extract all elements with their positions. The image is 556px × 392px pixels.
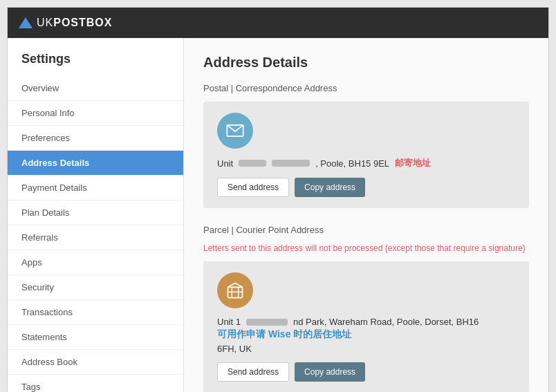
parcel-buttons: Send address Copy address xyxy=(217,362,515,382)
postal-unit-prefix: Unit xyxy=(217,158,233,169)
parcel-unit-middle: nd Park, Wareham Road, Poole, Dorset, BH… xyxy=(293,317,479,327)
postal-send-button[interactable]: Send address xyxy=(217,178,289,197)
postal-section: Postal | Correspondence Address Unit xyxy=(203,83,529,208)
sidebar-item-address-book[interactable]: Address Book xyxy=(8,350,183,375)
parcel-redacted-1 xyxy=(246,319,288,326)
sidebar-item-apps[interactable]: Apps xyxy=(8,250,183,275)
postal-section-label: Postal | Correspondence Address xyxy=(203,83,529,93)
app-window: UKPOSTBOX Settings Overview Personal Inf… xyxy=(7,7,549,392)
page-title: Address Details xyxy=(203,55,529,71)
parcel-icon-area xyxy=(217,272,515,308)
sidebar-item-transactions[interactable]: Transactions xyxy=(8,300,183,325)
sidebar-item-security[interactable]: Security xyxy=(8,275,183,300)
parcel-unit-prefix: Unit 1 xyxy=(217,317,241,327)
parcel-icon-circle xyxy=(217,272,253,308)
parcel-address-card: Unit 1 nd Park, Wareham Road, Poole, Dor… xyxy=(203,261,529,392)
postal-redacted-1 xyxy=(239,160,266,167)
sidebar-item-referrals[interactable]: Referrals xyxy=(8,225,183,250)
sidebar-item-tags[interactable]: Tags xyxy=(8,375,183,392)
sidebar-item-plan-details[interactable]: Plan Details xyxy=(8,200,183,225)
parcel-send-button[interactable]: Send address xyxy=(217,362,289,382)
logo-area: UKPOSTBOX xyxy=(19,17,112,29)
header: UKPOSTBOX xyxy=(8,8,548,38)
sidebar-item-payment-details[interactable]: Payment Details xyxy=(8,176,183,200)
postal-icon-circle xyxy=(217,113,253,149)
parcel-annotation-blue: 可用作申请 Wise 时的居住地址 xyxy=(217,328,351,341)
parcel-section-label: Parcel | Courier Point Address xyxy=(203,225,529,235)
sidebar-item-overview[interactable]: Overview xyxy=(8,76,183,101)
postal-buttons: Send address Copy address xyxy=(217,178,515,197)
parcel-section: Parcel | Courier Point Address Letters s… xyxy=(203,225,529,392)
sidebar-item-personal-info[interactable]: Personal Info xyxy=(8,101,183,126)
sidebar: Settings Overview Personal Info Preferen… xyxy=(8,38,184,392)
box-icon xyxy=(225,281,245,300)
logo-text: UKPOSTBOX xyxy=(37,17,112,29)
main-area: Settings Overview Personal Info Preferen… xyxy=(8,38,548,392)
postal-annotation: 邮寄地址 xyxy=(395,157,431,169)
parcel-copy-button[interactable]: Copy address xyxy=(295,362,365,382)
postal-icon-area xyxy=(217,113,515,149)
postal-copy-button[interactable]: Copy address xyxy=(295,178,365,197)
sidebar-item-preferences[interactable]: Preferences xyxy=(8,126,183,151)
parcel-address-line2: 6FH, UK xyxy=(217,344,515,354)
postal-unit-suffix: , Poole, BH15 9EL xyxy=(315,158,389,169)
parcel-address-row: Unit 1 nd Park, Wareham Road, Poole, Dor… xyxy=(217,317,515,327)
postal-redacted-2 xyxy=(272,160,310,167)
sidebar-item-address-details[interactable]: Address Details xyxy=(8,151,183,176)
logo-triangle-icon xyxy=(19,17,33,28)
parcel-address-row2: 可用作申请 Wise 时的居住地址 xyxy=(217,328,515,341)
sidebar-item-statements[interactable]: Statements xyxy=(8,325,183,350)
postal-address-card: Unit , Poole, BH15 9EL 邮寄地址 Send address… xyxy=(203,102,529,208)
envelope-icon xyxy=(225,121,245,140)
postal-address-row: Unit , Poole, BH15 9EL 邮寄地址 xyxy=(217,157,515,169)
content-area: Address Details Postal | Correspondence … xyxy=(184,38,548,392)
parcel-section-sublabel: Letters sent to this address will not be… xyxy=(203,243,529,253)
sidebar-title: Settings xyxy=(8,45,183,76)
